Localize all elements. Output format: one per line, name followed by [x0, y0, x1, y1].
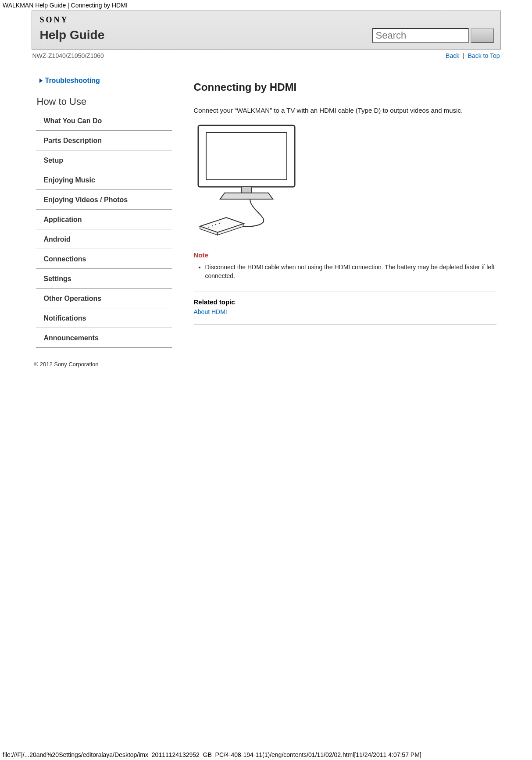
sidebar-item-setup[interactable]: Setup	[36, 150, 172, 170]
troubleshooting-label: Troubleshooting	[45, 77, 100, 85]
sidebar-item-connections[interactable]: Connections	[36, 249, 172, 269]
sidebar-item-announcements[interactable]: Announcements	[36, 328, 172, 348]
search-button[interactable]	[471, 28, 494, 43]
article-paragraph: Connect your “WALKMAN” to a TV with an H…	[194, 107, 496, 114]
sidebar-item-parts-description[interactable]: Parts Description	[36, 131, 172, 150]
back-link[interactable]: Back	[446, 52, 459, 59]
browser-tab-title: WALKMAN Help Guide | Connecting by HDMI	[0, 0, 532, 11]
svg-point-6	[218, 223, 219, 224]
sidebar-item-notifications[interactable]: Notifications	[36, 308, 172, 328]
sony-logo: SONY	[40, 15, 493, 25]
sidebar-item-what-you-can-do[interactable]: What You Can Do	[36, 111, 172, 131]
copyright-text: © 2012 Sony Corporation	[32, 348, 501, 385]
svg-rect-2	[241, 187, 252, 193]
sidebar-item-enjoying-videos-photos[interactable]: Enjoying Videos / Photos	[36, 190, 172, 210]
search-container	[372, 28, 494, 43]
search-input[interactable]	[372, 28, 469, 43]
note-heading: Note	[194, 251, 496, 259]
sidebar-item-settings[interactable]: Settings	[36, 269, 172, 289]
article-title: Connecting by HDMI	[194, 81, 496, 93]
header-bar: SONY Help Guide	[32, 11, 501, 50]
sidebar-nav-list: What You Can Do Parts Description Setup …	[36, 111, 172, 348]
svg-point-4	[211, 225, 212, 226]
link-separator: |	[463, 52, 464, 59]
svg-point-3	[208, 227, 209, 228]
related-topic-link[interactable]: About HDMI	[194, 308, 227, 315]
sidebar-item-other-operations[interactable]: Other Operations	[36, 289, 172, 308]
svg-rect-0	[198, 125, 295, 187]
sidebar-item-android[interactable]: Android	[36, 229, 172, 249]
related-topic-heading: Related topic	[194, 298, 496, 306]
main-content: Connecting by HDMI Connect your “WALKMAN…	[194, 77, 496, 348]
note-item: Disconnect the HDMI cable when not using…	[205, 263, 496, 280]
model-number: NWZ-Z1040/Z1050/Z1060	[32, 52, 104, 59]
nav-links-right: Back | Back to Top	[446, 52, 500, 59]
chevron-right-icon	[39, 78, 43, 83]
sidebar: Troubleshooting How to Use What You Can …	[36, 77, 172, 348]
note-list: Disconnect the HDMI cable when not using…	[194, 263, 496, 280]
separator-bottom	[194, 324, 496, 325]
howto-heading: How to Use	[36, 96, 172, 111]
body-columns: Troubleshooting How to Use What You Can …	[32, 77, 501, 348]
svg-point-5	[215, 224, 216, 225]
troubleshooting-link[interactable]: Troubleshooting	[36, 77, 172, 85]
separator-top	[194, 292, 496, 292]
subheader-row: NWZ-Z1040/Z1050/Z1060 Back | Back to Top	[32, 50, 501, 77]
svg-rect-1	[206, 132, 287, 180]
sidebar-item-application[interactable]: Application	[36, 210, 172, 229]
page-container: SONY Help Guide NWZ-Z1040/Z1050/Z1060 Ba…	[32, 11, 501, 385]
hdmi-illustration	[194, 123, 308, 238]
back-to-top-link[interactable]: Back to Top	[468, 52, 500, 59]
sidebar-item-enjoying-music[interactable]: Enjoying Music	[36, 170, 172, 190]
